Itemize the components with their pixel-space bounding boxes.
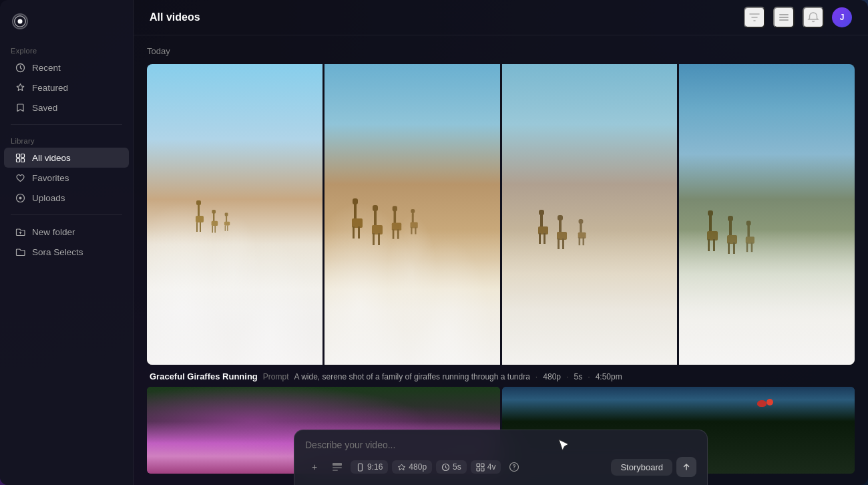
sidebar-item-saved[interactable]: Saved (4, 98, 129, 118)
svg-rect-49 (539, 233, 541, 244)
clock-small-icon (441, 463, 450, 472)
sidebar-divider-2 (11, 214, 122, 215)
sidebar-item-favorites-label: Favorites (32, 173, 69, 183)
svg-rect-31 (374, 210, 377, 227)
svg-rect-65 (713, 239, 715, 251)
svg-rect-11 (198, 204, 200, 217)
help-button[interactable] (505, 458, 523, 476)
grid-small-icon (476, 463, 485, 472)
sidebar-item-featured-label: Featured (32, 83, 68, 93)
svg-rect-40 (397, 229, 399, 238)
sidebar-item-sora-selects[interactable]: Sora Selects (4, 242, 129, 262)
avatar[interactable]: J (832, 7, 852, 27)
bookmark-icon (15, 102, 25, 113)
svg-rect-18 (211, 221, 218, 226)
svg-rect-72 (746, 221, 750, 226)
meta-separator-1: · (535, 372, 537, 381)
clock-icon (15, 62, 25, 73)
svg-point-87 (514, 468, 515, 469)
sidebar-item-recent[interactable]: Recent (4, 57, 129, 77)
logo-area (0, 8, 133, 41)
video-title: Graceful Giraffes Running (150, 371, 258, 381)
svg-rect-23 (224, 222, 230, 226)
section-date: Today (147, 46, 855, 56)
video-grid-main (147, 64, 855, 365)
svg-rect-2 (16, 154, 19, 157)
svg-rect-19 (212, 226, 213, 232)
content-area: Today (134, 35, 868, 485)
sidebar-item-sora-selects-label: Sora Selects (32, 247, 83, 257)
sidebar-item-all-videos[interactable]: All videos (4, 148, 129, 168)
main-header: All videos (134, 0, 868, 35)
variants-button[interactable]: 4v (471, 460, 501, 474)
svg-rect-37 (393, 206, 397, 211)
sidebar-item-favorites[interactable]: Favorites (4, 168, 129, 188)
help-icon (509, 462, 519, 472)
svg-rect-29 (353, 226, 355, 238)
svg-rect-30 (358, 226, 360, 238)
svg-rect-75 (750, 242, 752, 252)
sidebar-item-new-folder[interactable]: New folder (4, 222, 129, 242)
sidebar-item-all-videos-label: All videos (32, 153, 71, 163)
svg-rect-5 (21, 158, 24, 162)
video-cell-4[interactable] (679, 64, 855, 365)
svg-rect-15 (200, 222, 201, 232)
library-section-label: Library (0, 132, 133, 148)
svg-rect-79 (359, 464, 363, 471)
svg-rect-42 (411, 209, 415, 213)
svg-rect-9 (779, 17, 789, 18)
giraffe-silhouette-4 (706, 208, 786, 275)
prompt-input-row (305, 440, 696, 450)
sidebar-item-new-folder-label: New folder (32, 227, 75, 237)
sidebar-item-recent-label: Recent (32, 63, 61, 73)
video-cell-1[interactable] (147, 64, 322, 365)
svg-rect-51 (559, 219, 562, 234)
list-view-button[interactable] (773, 7, 795, 28)
storyboard-button[interactable]: Storyboard (611, 459, 672, 476)
svg-rect-71 (747, 224, 750, 238)
svg-rect-70 (733, 242, 735, 254)
meta-separator-3: · (588, 372, 590, 381)
svg-rect-77 (333, 467, 342, 468)
svg-rect-32 (373, 205, 378, 211)
add-button[interactable]: + (305, 458, 324, 476)
page-title: All videos (150, 11, 200, 23)
prompt-input[interactable] (305, 440, 696, 450)
sidebar-item-featured[interactable]: Featured (4, 77, 129, 98)
giraffe-silhouette-1 (191, 197, 244, 251)
upload-button[interactable] (676, 457, 696, 477)
svg-rect-52 (558, 215, 563, 220)
svg-rect-12 (196, 200, 201, 205)
main-content: All videos (134, 0, 868, 485)
svg-rect-83 (481, 464, 484, 467)
svg-rect-69 (728, 242, 730, 254)
svg-rect-60 (583, 237, 585, 245)
template-icon (332, 462, 343, 472)
template-button[interactable] (328, 458, 347, 476)
circle-upload-icon (15, 192, 25, 203)
video-cell-3[interactable] (502, 64, 678, 365)
svg-point-0 (18, 19, 23, 24)
svg-rect-33 (372, 225, 383, 234)
quality-label: 480p (409, 462, 427, 472)
svg-rect-35 (378, 233, 380, 245)
aspect-ratio-button[interactable]: 9:16 (351, 460, 388, 474)
svg-marker-80 (399, 464, 405, 470)
svg-rect-45 (415, 227, 416, 234)
filter-button[interactable] (744, 7, 765, 28)
filter-icon (748, 11, 761, 23)
svg-rect-50 (544, 233, 546, 244)
quality-button[interactable]: 480p (392, 460, 432, 474)
plus-icon: + (312, 462, 317, 472)
video-info-bar: Graceful Giraffes Running Prompt A wide,… (147, 366, 855, 387)
svg-rect-25 (227, 225, 228, 230)
svg-rect-26 (354, 203, 357, 220)
sidebar-item-uploads[interactable]: Uploads (4, 188, 129, 208)
svg-rect-39 (393, 229, 395, 238)
notifications-button[interactable] (803, 7, 824, 28)
folder-icon (15, 247, 25, 257)
video-cell-2[interactable] (324, 64, 500, 365)
duration-button[interactable]: 5s (436, 460, 467, 474)
sidebar-item-uploads-label: Uploads (32, 193, 65, 203)
meta-separator-2: · (566, 372, 568, 381)
